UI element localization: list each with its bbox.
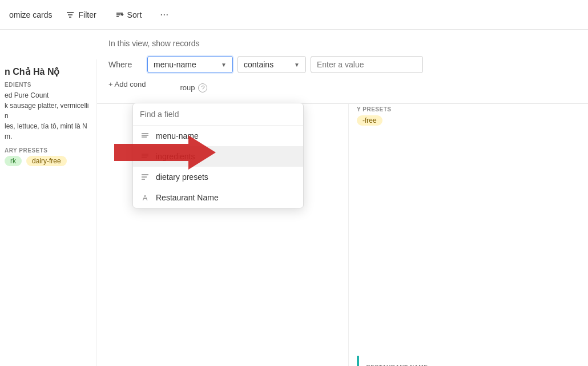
left-card-area: n Chả Hà Nộ EDIENTS ed Pure Count k saus… — [0, 59, 97, 366]
right-card-area: ic rice, rau ram, mint, lime lea onion, … — [348, 59, 588, 366]
filter-button[interactable]: Filter — [61, 8, 100, 22]
letter-a-icon: A — [140, 194, 150, 202]
field-item-label-4: Restaurant Name — [156, 193, 219, 202]
condition-dropdown-value: contains — [244, 60, 273, 69]
arrow-svg — [114, 135, 217, 170]
filter-icon — [66, 10, 75, 19]
svg-marker-16 — [114, 135, 216, 170]
right-restaurant-label: RESTAURANT NAME — [357, 356, 428, 366]
customize-cards-label: omize cards — [9, 10, 52, 19]
arrow-pointer — [114, 135, 217, 172]
ingredients-label: EDIENTS — [5, 82, 92, 88]
sort-button[interactable]: Sort — [110, 8, 147, 22]
tag-rk: rk — [5, 156, 22, 166]
where-label: Where — [108, 60, 143, 69]
presets-label: ARY PRESETS — [5, 147, 92, 154]
lines-short-icon — [140, 173, 150, 181]
filter-value-input[interactable] — [311, 56, 423, 73]
sort-label: Sort — [127, 10, 142, 19]
field-item-restaurant-name[interactable]: A Restaurant Name — [133, 187, 303, 208]
field-search-area — [133, 103, 303, 126]
chevron-down-icon-2: ▼ — [294, 62, 300, 68]
field-dropdown[interactable]: menu-name ▼ — [147, 56, 233, 73]
condition-dropdown[interactable]: contains ▼ — [237, 56, 306, 73]
more-options-icon: ··· — [160, 9, 168, 20]
tag-dairy-free: dairy-free — [26, 156, 67, 166]
right-tag-free: -free — [357, 115, 382, 126]
field-search-input[interactable] — [140, 110, 296, 119]
more-options-button[interactable]: ··· — [155, 6, 173, 23]
main-area: n Chả Hà Nộ EDIENTS ed Pure Count k saus… — [0, 30, 588, 366]
sort-icon — [115, 10, 124, 19]
group-label: roup ? — [180, 83, 207, 92]
add-condition-button[interactable]: + Add cond — [108, 80, 146, 89]
right-presets-label: Y PRESETS — [357, 106, 580, 112]
chevron-down-icon: ▼ — [221, 62, 227, 68]
help-icon: ? — [198, 83, 207, 92]
teal-bar — [357, 356, 359, 366]
card-title: n Chả Hà Nộ — [5, 66, 92, 77]
filter-title: In this view, show records — [108, 39, 577, 48]
field-item-label-3: dietary presets — [156, 172, 208, 182]
filter-label: Filter — [78, 10, 96, 19]
toolbar: omize cards Filter Sort ··· — [0, 0, 588, 30]
tags-area: rk dairy-free — [5, 156, 92, 166]
filter-overlay: In this view, show records Where menu-na… — [97, 30, 588, 104]
field-dropdown-value: menu-name — [154, 60, 196, 69]
ingredients-text: ed Pure Count k sausage platter, vermice… — [5, 90, 92, 142]
filter-row: Where menu-name ▼ contains ▼ — [108, 56, 577, 73]
